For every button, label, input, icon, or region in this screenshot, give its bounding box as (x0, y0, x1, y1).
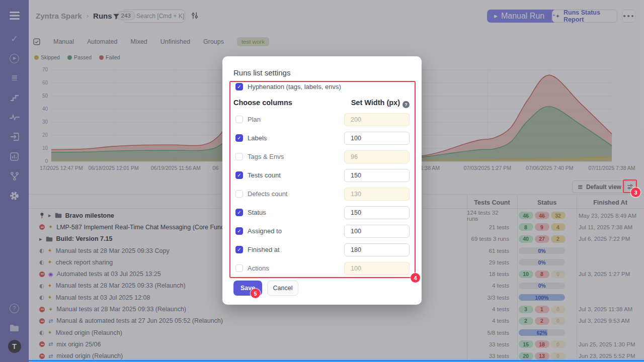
bottom-scroll-indicator (29, 360, 644, 361)
modal-buttons: Save Cancel (233, 281, 298, 296)
annotation-step-4: 4 (411, 273, 420, 283)
modal-title: Runs list settings (233, 68, 290, 77)
annotation-rect-columns (229, 81, 416, 278)
cancel-button[interactable]: Cancel (267, 281, 298, 296)
annotation-step-3: 3 (631, 188, 640, 197)
app-window: ✓ ▶ ≣ ? T Zyntra Spark › Runs (0, 0, 644, 362)
annotation-step-5: 5 (251, 289, 260, 298)
